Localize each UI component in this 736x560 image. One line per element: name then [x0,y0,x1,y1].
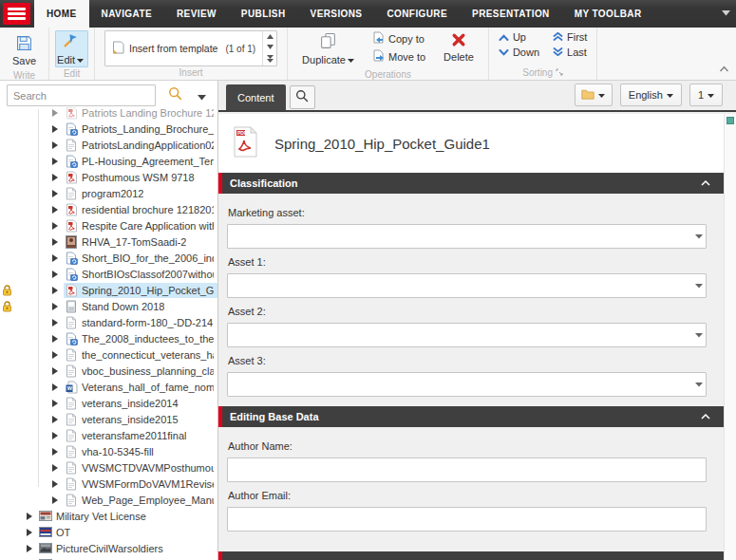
expand-arrow-icon[interactable] [52,141,64,149]
tree-item[interactable]: Short_BIO_for_the_2006_inductees_to_t [0,250,217,266]
tree-item[interactable]: PictureCivilWarsoldiers [0,540,217,556]
collapse-section-icon[interactable] [701,414,710,420]
combo-caret-icon[interactable] [692,274,706,297]
tree-item[interactable]: Patriots_Landing_Brochure_02_2014 [0,121,217,137]
tab-content[interactable]: Content [226,84,286,110]
expand-arrow-icon[interactable] [27,529,38,536]
expand-arrow-icon[interactable] [52,319,64,327]
expand-arrow-icon[interactable] [52,287,64,294]
edit-button[interactable]: Edit [55,30,88,67]
expand-arrow-icon[interactable] [27,545,38,552]
tree-item[interactable]: RHVA_17-TomSaadi-2 [0,233,217,250]
expand-arrow-icon[interactable] [52,367,64,375]
search-input[interactable] [7,84,156,106]
tree-item[interactable]: the_connecticut_veterans_hall_of_fame [0,346,217,363]
insert-from-template-button[interactable]: Insert from template (1 of 1) [105,31,262,65]
sorting-dialog-launcher-icon[interactable] [556,67,563,78]
expand-arrow-icon[interactable] [52,125,64,133]
sort-first-button[interactable]: First [553,31,587,43]
search-icon[interactable] [168,86,182,104]
delete-button[interactable]: Delete [437,28,481,65]
expand-arrow-icon[interactable] [52,432,64,439]
text-field-author-email[interactable] [227,507,707,532]
expand-arrow-icon[interactable] [52,238,64,246]
tree-item[interactable]: residential brochure 12182017 [0,201,217,217]
expand-arrow-icon[interactable] [52,416,64,423]
expand-arrow-icon[interactable] [52,206,64,214]
expand-arrow-icon[interactable] [52,464,64,472]
expand-arrow-icon[interactable] [52,303,64,310]
expand-arrow-icon[interactable] [52,351,64,359]
language-selector-button[interactable]: English [620,84,682,106]
save-button[interactable]: Save [6,30,43,69]
tree-item[interactable]: Military Vet License [0,508,217,524]
page-selector-button[interactable]: 1 [689,84,723,106]
combo-caret-icon[interactable] [692,373,706,396]
tree-item[interactable]: program2012 [0,185,217,201]
combo-field-marketing-asset[interactable] [227,224,707,249]
expand-arrow-icon[interactable] [52,335,64,343]
expand-arrow-icon[interactable] [52,109,64,117]
tree-item[interactable]: OT [0,524,217,540]
tree-item[interactable]: Posthumous WSM 9718 [0,169,217,185]
duplicate-button[interactable]: Duplicate [295,28,361,68]
collapse-toolbar-button[interactable] [719,59,729,76]
ribbon-tab-home[interactable]: HOME [34,0,89,28]
tree-item[interactable]: veterans_inside2015 [0,411,217,427]
tree-item[interactable]: veteransfame2011final [0,427,217,443]
spinner-last-icon[interactable] [267,55,274,63]
expand-arrow-icon[interactable] [52,496,64,504]
ribbon-tab-publish[interactable]: PUBLISH [229,0,298,28]
ribbon-tab-versions[interactable]: VERSIONS [298,0,375,28]
tree-item[interactable]: VWSMFormDoVAVM1Revised122010 [0,476,217,492]
collapse-section-icon[interactable] [701,180,710,186]
tree-item[interactable]: wVeterans_hall_of_fame_nomination_pac [0,379,217,395]
ribbon-tab-presentation[interactable]: PRESENTATION [460,0,562,28]
partial-section-header[interactable] [218,551,724,560]
main-menu-button[interactable] [3,3,30,25]
tree-item[interactable]: The_2008_inductees_to_the_Connecticut [0,330,217,346]
ribbon-tab-my-toolbar[interactable]: MY TOOLBAR [562,0,654,28]
tree-item[interactable]: Stand Down 2018 [0,298,217,314]
combo-caret-icon[interactable] [692,225,706,248]
expand-arrow-icon[interactable] [52,480,64,488]
move-to-button[interactable]: Move to [372,49,425,64]
tree-item[interactable]: ShortBIOsClassof2007withoutpicture [0,266,217,282]
tree-item[interactable]: Spring_2010_Hip_Pocket_Guide1 [0,282,217,298]
tree-item[interactable]: standard-form-180_-DD-214 [0,314,217,330]
expand-arrow-icon[interactable] [52,174,64,181]
sort-down-button[interactable]: Down [499,47,539,58]
ribbon-tab-configure[interactable]: CONFIGURE [374,0,460,28]
tree-item[interactable]: Web_Page_Employee_Manual [0,492,217,508]
combo-caret-icon[interactable] [692,324,706,346]
expand-arrow-icon[interactable] [27,513,38,520]
expand-arrow-icon[interactable] [52,448,64,456]
tree-item[interactable]: vha-10-5345-fill [0,443,217,459]
section-header-classification[interactable]: Classification [218,173,724,194]
content-search-tab[interactable] [290,85,315,109]
combo-field-asset-2[interactable] [227,323,707,347]
tree-item[interactable]: Respite Care Application with Annexes 5 [0,217,217,233]
expand-arrow-icon[interactable] [52,190,64,197]
combo-field-asset-1[interactable] [227,273,707,298]
ribbon-tab-review[interactable]: REVIEW [164,0,229,28]
tree-item[interactable]: VWSMCTDVAVMPosthumousRevision60 [0,459,217,476]
content-scrollbar[interactable] [724,114,736,560]
tree-item[interactable]: vboc_business_planning_class [0,363,217,379]
spinner-down-icon[interactable] [267,45,274,49]
sort-last-button[interactable]: Last [553,47,587,58]
expand-arrow-icon[interactable] [52,158,64,165]
expand-arrow-icon[interactable] [52,400,64,407]
copy-to-button[interactable]: Copy to [372,31,425,46]
expand-arrow-icon[interactable] [52,222,64,230]
text-field-author-name[interactable] [227,457,707,482]
bookmark-folder-button[interactable] [575,84,613,106]
search-options-caret-icon[interactable] [198,87,206,104]
spinner-up-icon[interactable] [267,34,274,39]
tree-item[interactable]: veterans_inside2014 [0,395,217,411]
expand-arrow-icon[interactable] [52,383,64,391]
expand-arrow-icon[interactable] [52,254,64,262]
expand-arrow-icon[interactable] [52,271,64,278]
tree-item[interactable]: PatriotsLandingApplication022014 [0,137,217,153]
ribbon-options-caret-icon[interactable] [722,3,730,20]
